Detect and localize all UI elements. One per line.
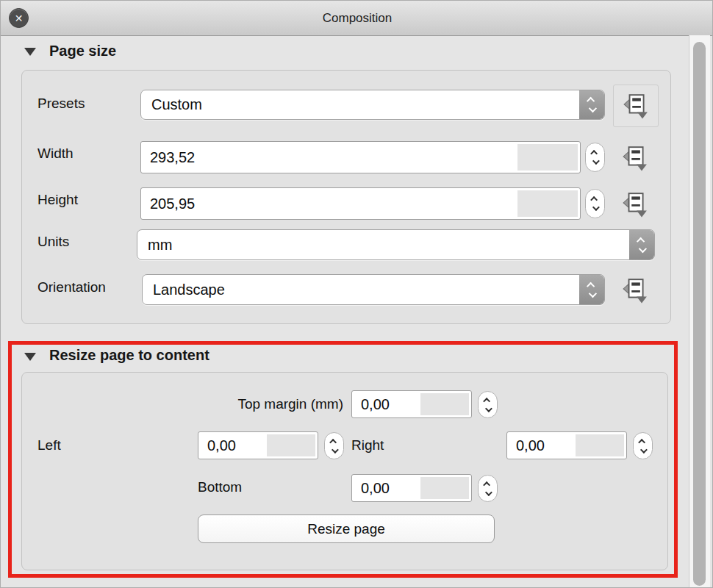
left-margin-spinbox[interactable]: 0,00 bbox=[198, 431, 318, 459]
width-value: 293,52 bbox=[150, 142, 195, 173]
spinbox-fill bbox=[267, 434, 315, 456]
orientation-data-defined-button[interactable] bbox=[613, 270, 657, 311]
spinner-down-icon[interactable] bbox=[485, 405, 492, 412]
left-margin-stepper[interactable] bbox=[324, 432, 344, 459]
data-defined-override-icon bbox=[622, 145, 648, 171]
scrollbar-track[interactable] bbox=[689, 35, 710, 588]
spinner-down-icon[interactable] bbox=[592, 157, 600, 165]
width-spinbox[interactable]: 293,52 bbox=[140, 141, 581, 173]
panel-titlebar: Composition ✕ bbox=[1, 1, 713, 36]
orientation-label: Orientation bbox=[37, 279, 106, 295]
units-value: mm bbox=[148, 230, 172, 259]
spinner-down-icon[interactable] bbox=[592, 204, 600, 211]
data-defined-override-icon bbox=[623, 93, 649, 119]
collapse-triangle-icon[interactable] bbox=[24, 353, 36, 361]
spinner-down-icon[interactable] bbox=[640, 446, 648, 453]
close-icon[interactable]: ✕ bbox=[9, 8, 29, 28]
height-spinbox[interactable]: 205,95 bbox=[140, 187, 581, 220]
scrollbar-thumb[interactable] bbox=[693, 42, 706, 586]
bottom-margin-spinbox[interactable]: 0,00 bbox=[351, 474, 472, 502]
composition-panel: { "window": { "title": "Composition", "c… bbox=[0, 0, 713, 588]
units-label: Units bbox=[37, 234, 69, 250]
right-margin-stepper[interactable] bbox=[633, 432, 653, 459]
spinbox-fill bbox=[517, 144, 578, 171]
height-stepper[interactable] bbox=[585, 189, 605, 218]
presets-value: Custom bbox=[151, 90, 202, 119]
spinner-up-icon[interactable] bbox=[590, 196, 598, 204]
spinbox-fill bbox=[576, 434, 624, 456]
right-margin-value: 0,00 bbox=[516, 432, 545, 459]
page-size-header[interactable]: Page size bbox=[49, 43, 116, 60]
orientation-combobox[interactable]: Landscape bbox=[142, 274, 605, 305]
height-value: 205,95 bbox=[150, 188, 195, 219]
top-margin-stepper[interactable] bbox=[478, 391, 498, 418]
width-label: Width bbox=[37, 146, 74, 162]
right-margin-spinbox[interactable]: 0,00 bbox=[506, 431, 627, 459]
presets-data-defined-button[interactable] bbox=[613, 85, 659, 127]
height-label: Height bbox=[37, 192, 78, 208]
height-data-defined-button[interactable] bbox=[613, 184, 657, 225]
spinbox-fill bbox=[517, 190, 578, 217]
units-combobox[interactable]: mm bbox=[137, 229, 655, 260]
spinner-down-icon[interactable] bbox=[332, 446, 339, 453]
right-margin-label: Right bbox=[351, 437, 384, 453]
collapse-triangle-icon[interactable] bbox=[24, 48, 36, 56]
orientation-value: Landscape bbox=[153, 275, 225, 304]
left-margin-label: Left bbox=[37, 437, 61, 453]
bottom-margin-stepper[interactable] bbox=[478, 475, 498, 502]
spinner-up-icon[interactable] bbox=[329, 438, 337, 445]
data-defined-override-icon bbox=[622, 277, 648, 304]
top-margin-value: 0,00 bbox=[361, 391, 390, 417]
spinner-up-icon[interactable] bbox=[590, 150, 598, 157]
presets-label: Presets bbox=[37, 96, 85, 112]
dropdown-chevrons-icon[interactable] bbox=[579, 275, 604, 304]
top-margin-label: Top margin (mm) bbox=[196, 396, 343, 412]
panel-title: Composition bbox=[1, 1, 713, 35]
spinbox-fill bbox=[420, 393, 469, 415]
bottom-margin-value: 0,00 bbox=[361, 475, 390, 501]
bottom-margin-label: Bottom bbox=[198, 479, 242, 495]
top-margin-spinbox[interactable]: 0,00 bbox=[351, 390, 472, 418]
dropdown-chevrons-icon[interactable] bbox=[579, 90, 604, 119]
spinner-up-icon[interactable] bbox=[638, 438, 645, 445]
spinbox-fill bbox=[420, 477, 469, 499]
spinner-up-icon[interactable] bbox=[483, 481, 490, 488]
presets-combobox[interactable]: Custom bbox=[140, 90, 605, 120]
spinner-up-icon[interactable] bbox=[483, 397, 490, 404]
left-margin-value: 0,00 bbox=[207, 432, 236, 459]
spinner-down-icon[interactable] bbox=[485, 489, 492, 496]
width-stepper[interactable] bbox=[585, 143, 605, 172]
dropdown-chevrons-icon[interactable] bbox=[629, 230, 654, 259]
width-data-defined-button[interactable] bbox=[613, 137, 657, 179]
data-defined-override-icon bbox=[622, 191, 648, 218]
resize-section-header[interactable]: Resize page to content bbox=[49, 347, 209, 364]
resize-page-button[interactable]: Resize page bbox=[198, 514, 495, 543]
